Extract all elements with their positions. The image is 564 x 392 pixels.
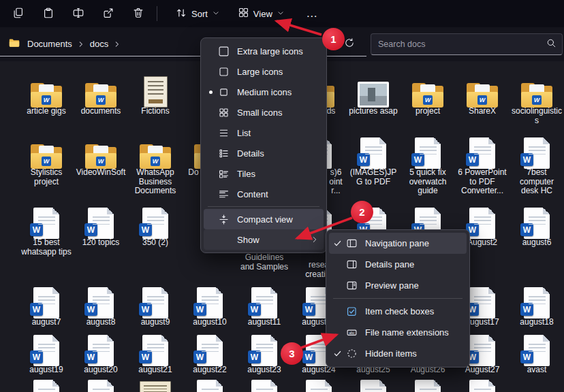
file-item-documents[interactable]: documents xyxy=(75,76,127,108)
sort-button-label: Sort xyxy=(191,9,208,19)
chevron-down-icon xyxy=(277,9,285,19)
show-submenu-item-navigation-pane[interactable]: Navigation pane xyxy=(329,233,467,254)
file-item-pictures-asap[interactable]: pictures asap xyxy=(347,76,399,108)
file-label: Stylistics project xyxy=(20,168,72,186)
file-item[interactable] xyxy=(402,380,454,392)
file-item[interactable] xyxy=(184,380,236,392)
file-item-article-gigs[interactable]: article gigs xyxy=(20,76,72,108)
file-item[interactable] xyxy=(293,380,345,392)
file-item-august19[interactable]: august19 xyxy=(20,335,72,366)
view-menu-item-content[interactable]: Content xyxy=(204,184,324,204)
file-label: 6 PowerPoint to PDF Converter... xyxy=(456,168,508,196)
word-file-icon xyxy=(75,380,127,392)
rename-button[interactable] xyxy=(67,3,90,24)
word-file-icon xyxy=(456,137,508,169)
show-submenu-item-hidden-items[interactable]: Hidden items xyxy=(329,343,467,364)
file-label: august6 xyxy=(511,238,563,248)
word-file-icon xyxy=(347,380,399,392)
file-item-august21[interactable]: august21 xyxy=(129,335,181,366)
view-menu-item-show[interactable]: Show xyxy=(204,229,324,250)
word-file-icon xyxy=(20,287,72,318)
file-item-videowinsoft[interactable]: VideoWinSoft xyxy=(75,137,127,169)
file-item[interactable] xyxy=(456,380,508,392)
file-label: VideoWinSoft xyxy=(75,168,127,178)
word-file-icon xyxy=(20,208,72,239)
file-item-120-topics[interactable]: 120 topics xyxy=(75,208,127,239)
word-file-icon xyxy=(20,335,72,366)
file-label: Fictions xyxy=(129,107,181,116)
word-file-icon xyxy=(129,208,181,239)
file-item-sociolinguistics[interactable]: sociolinguistics xyxy=(511,76,563,108)
word-file-icon xyxy=(184,380,236,392)
file-item-whatsapp-business-documents[interactable]: WhatsApp Business Documents xyxy=(129,137,181,169)
share-button[interactable] xyxy=(97,3,120,24)
file-item-august9[interactable]: august9 xyxy=(129,287,181,318)
view-button[interactable]: View xyxy=(231,3,292,24)
word-file-icon xyxy=(456,380,508,392)
view-menu-item-small-icons[interactable]: Small icons xyxy=(204,102,324,122)
show-submenu-item-file-name-extensions[interactable]: abcFile name extensions xyxy=(329,322,467,343)
more-options-button[interactable]: … xyxy=(301,3,323,24)
preview-pane-icon xyxy=(343,280,360,291)
show-submenu-item-item-check-boxes[interactable]: Item check boxes xyxy=(329,301,467,322)
file-item-stylistics-project[interactable]: Stylistics project xyxy=(20,137,72,169)
copy-icon xyxy=(12,7,25,21)
search-input[interactable] xyxy=(377,39,546,50)
file-item-sharex[interactable]: ShareX xyxy=(456,76,508,108)
file-item-6-powerpoint-to-pdf-converter[interactable]: 6 PowerPoint to PDF Converter... xyxy=(456,137,508,169)
show-submenu-item-details-pane[interactable]: Details pane xyxy=(329,254,467,275)
word-file-icon xyxy=(511,137,563,169)
file-item-august6[interactable]: august6 xyxy=(511,208,563,239)
view-menu-item-tiles[interactable]: Tiles xyxy=(204,163,324,184)
file-label: august7 xyxy=(20,318,72,327)
file-item-august22[interactable]: august22 xyxy=(184,335,236,366)
view-menu-item-medium-icons[interactable]: Medium icons xyxy=(204,82,324,102)
file-item[interactable] xyxy=(129,380,181,392)
delete-button[interactable] xyxy=(127,3,150,24)
word-file-icon xyxy=(129,335,181,366)
file-name-extensions-icon: abc xyxy=(343,327,360,338)
file-item-august7[interactable]: august7 xyxy=(20,287,72,318)
file-item-august11[interactable]: august11 xyxy=(238,287,290,318)
file-item-7best-computer-desk-hc[interactable]: 7best computer desk HC xyxy=(511,137,563,169)
file-item-august8[interactable]: august8 xyxy=(75,287,127,318)
folder-file-icon xyxy=(511,76,563,108)
file-item[interactable] xyxy=(20,380,72,392)
view-menu-item-list[interactable]: List xyxy=(204,122,324,143)
paste-button[interactable] xyxy=(37,3,60,24)
view-menu-item-large-icons[interactable]: Large icons xyxy=(204,61,324,82)
file-item-august10[interactable]: august10 xyxy=(184,287,236,318)
compact-view-icon xyxy=(215,214,232,225)
callout-badge-3: 3 xyxy=(281,342,303,365)
breadcrumb-item-documents[interactable]: Documents xyxy=(25,37,75,50)
callout-badge-2: 2 xyxy=(351,201,373,223)
view-menu-item-details[interactable]: Details xyxy=(204,143,324,163)
sort-icon xyxy=(175,7,187,21)
show-submenu-item-preview-pane[interactable]: Preview pane xyxy=(329,275,467,296)
file-item-350-2[interactable]: 350 (2) xyxy=(129,208,181,239)
file-item-august20[interactable]: august20 xyxy=(75,335,127,366)
delete-icon xyxy=(132,7,144,21)
file-item-project[interactable]: project xyxy=(402,76,454,108)
file-item[interactable] xyxy=(347,380,399,392)
file-item-avast[interactable]: avast xyxy=(511,335,563,366)
file-item[interactable] xyxy=(75,380,127,392)
file-item-images-jp-g-to-pdf[interactable]: (IMAGES)JP G to PDF xyxy=(347,137,399,169)
file-item-august18[interactable]: august18 xyxy=(511,287,563,318)
sort-button[interactable]: Sort xyxy=(168,3,227,24)
copy-button[interactable] xyxy=(7,3,30,24)
small-icons-icon xyxy=(215,107,232,118)
breadcrumb-item-docs[interactable]: docs xyxy=(87,37,111,50)
file-label: 5 quick fix overwatch guide xyxy=(402,168,454,196)
word-file-icon xyxy=(75,208,127,239)
file-item-fictions[interactable]: Fictions xyxy=(129,76,181,108)
view-menu-item-compact-view[interactable]: Compact view xyxy=(204,209,324,229)
view-menu-item-extra-large-icons[interactable]: Extra large icons xyxy=(204,41,324,61)
file-item-5-quick-fix-overwatch-guide[interactable]: 5 quick fix overwatch guide xyxy=(402,137,454,169)
file-item[interactable] xyxy=(238,380,290,392)
selected-radio-dot xyxy=(206,91,215,94)
check-icon xyxy=(332,238,343,248)
file-item-15-best-whatsapp-tips[interactable]: 15 best whatsapp tips xyxy=(20,208,72,239)
details-icon xyxy=(215,148,232,159)
folder-file-icon xyxy=(402,76,454,108)
